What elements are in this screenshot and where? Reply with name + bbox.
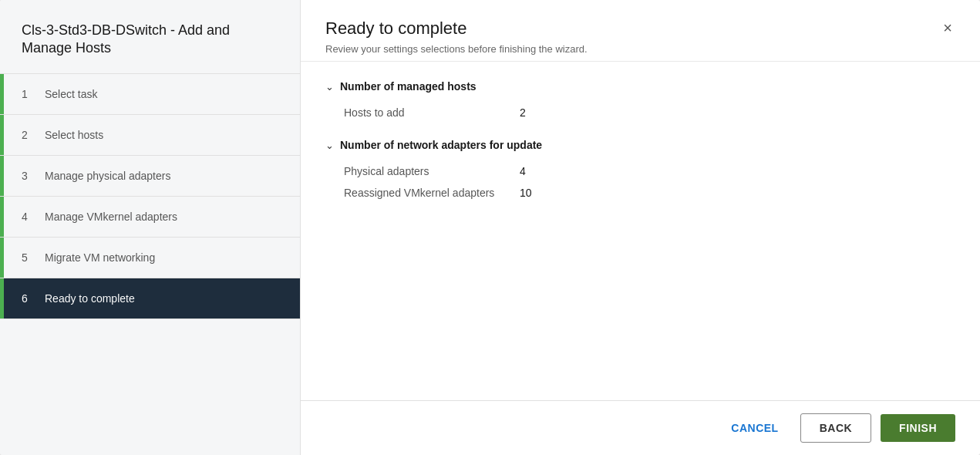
close-button[interactable]: × — [940, 20, 955, 35]
step-label: Manage physical adapters — [45, 170, 170, 182]
step-label: Ready to complete — [45, 292, 135, 305]
back-button[interactable]: BACK — [800, 413, 871, 443]
section-header-0[interactable]: ⌄ Number of managed hosts — [325, 80, 955, 93]
step-indicator — [0, 156, 4, 196]
main-panel: Ready to complete Review your settings s… — [301, 0, 980, 455]
row-label: Hosts to add — [344, 106, 514, 119]
section-0: ⌄ Number of managed hosts Hosts to add 2 — [325, 80, 955, 123]
table-row: Physical adapters 4 — [344, 160, 955, 182]
sidebar: Cls-3-Std3-DB-DSwitch - Add and Manage H… — [0, 0, 301, 455]
step-number: 5 — [22, 251, 34, 264]
sidebar-step-3[interactable]: 3 Manage physical adapters — [0, 156, 300, 197]
sidebar-steps: 1 Select task 2 Select hosts 3 Manage ph… — [0, 74, 300, 455]
step-number: 3 — [22, 170, 34, 182]
step-indicator — [0, 278, 4, 318]
row-label: Reassigned VMkernel adapters — [344, 187, 514, 199]
sidebar-step-2[interactable]: 2 Select hosts — [0, 115, 300, 156]
section-rows-1: Physical adapters 4 Reassigned VMkernel … — [325, 160, 955, 204]
sidebar-step-4[interactable]: 4 Manage VMkernel adapters — [0, 197, 300, 238]
sidebar-step-5[interactable]: 5 Migrate VM networking — [0, 238, 300, 278]
main-body: ⌄ Number of managed hosts Hosts to add 2… — [301, 62, 980, 400]
sidebar-title: Cls-3-Std3-DB-DSwitch - Add and Manage H… — [0, 0, 300, 74]
sidebar-step-6: 6 Ready to complete — [0, 278, 300, 319]
section-title-1: Number of network adapters for update — [340, 139, 542, 151]
step-label: Select task — [45, 88, 97, 100]
section-title-0: Number of managed hosts — [340, 80, 477, 93]
section-rows-0: Hosts to add 2 — [325, 102, 955, 123]
sidebar-step-1[interactable]: 1 Select task — [0, 74, 300, 115]
step-number: 1 — [22, 88, 34, 100]
main-subtitle: Review your settings selections before f… — [325, 43, 940, 55]
close-icon: × — [943, 19, 952, 36]
step-indicator — [0, 197, 4, 237]
section-1: ⌄ Number of network adapters for update … — [325, 139, 955, 204]
step-number: 4 — [22, 211, 34, 223]
chevron-down-icon: ⌄ — [325, 81, 334, 93]
step-label: Migrate VM networking — [45, 251, 155, 264]
table-row: Hosts to add 2 — [344, 102, 955, 123]
step-indicator — [0, 238, 4, 278]
row-value: 10 — [520, 187, 532, 199]
row-value: 2 — [520, 106, 526, 119]
main-title: Ready to complete — [325, 19, 940, 39]
step-indicator — [0, 74, 4, 114]
step-label: Manage VMkernel adapters — [45, 211, 177, 223]
step-number: 2 — [22, 129, 34, 141]
step-label: Select hosts — [45, 129, 103, 141]
main-header: Ready to complete Review your settings s… — [301, 0, 980, 62]
finish-button[interactable]: FINISH — [881, 414, 955, 442]
dialog: Cls-3-Std3-DB-DSwitch - Add and Manage H… — [0, 0, 980, 455]
table-row: Reassigned VMkernel adapters 10 — [344, 182, 955, 204]
main-footer: CANCEL BACK FINISH — [301, 400, 980, 455]
cancel-button[interactable]: CANCEL — [719, 414, 790, 442]
step-indicator — [0, 115, 4, 155]
chevron-down-icon: ⌄ — [325, 140, 334, 151]
row-value: 4 — [520, 165, 526, 177]
row-label: Physical adapters — [344, 165, 514, 177]
step-number: 6 — [22, 292, 34, 305]
section-header-1[interactable]: ⌄ Number of network adapters for update — [325, 139, 955, 151]
main-title-block: Ready to complete Review your settings s… — [325, 19, 940, 55]
